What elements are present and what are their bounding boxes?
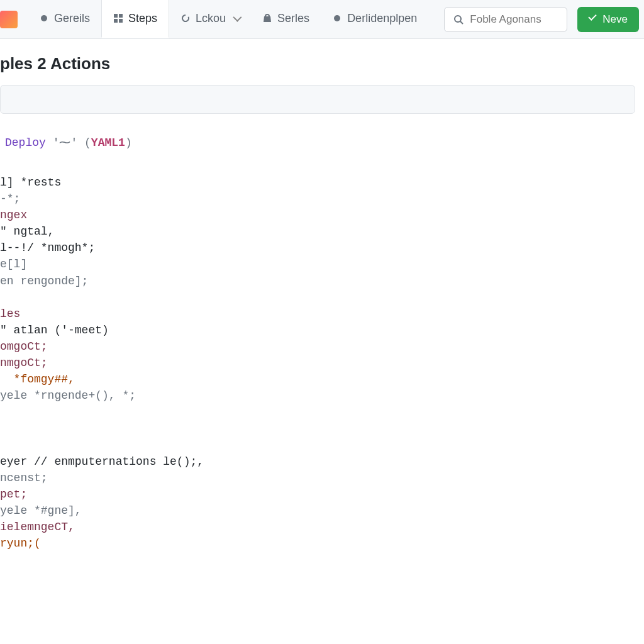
search-box[interactable]	[444, 7, 567, 32]
svg-point-0	[41, 15, 47, 21]
code-line: en rengonde];	[0, 275, 88, 287]
nav-item-gereils[interactable]: Gereils	[28, 0, 101, 38]
svg-rect-4	[119, 19, 123, 23]
code-line: *fomgy##,	[0, 373, 75, 386]
nav-label: Derlidenplpen	[347, 12, 417, 25]
bag-icon	[262, 13, 272, 23]
nav-label: Serles	[277, 12, 309, 25]
code-line: " ngtal,	[0, 225, 54, 238]
code-line: -*;	[0, 192, 20, 205]
page-body: ples 2 Actions Deploy '⁓' (YAML1) l] *re…	[0, 39, 644, 552]
new-button-label: Neve	[602, 13, 628, 26]
svg-rect-2	[119, 14, 123, 18]
chevron-down-icon	[233, 13, 242, 22]
nav-label: Gereils	[54, 12, 90, 25]
code-line: ielemngeCT,	[0, 521, 75, 533]
new-button[interactable]: Neve	[577, 7, 639, 32]
svg-point-5	[334, 15, 340, 21]
code-line: nmgoCt;	[0, 357, 48, 369]
code-line: yele *#gne],	[0, 504, 82, 517]
check-icon	[589, 15, 597, 24]
code-line: e[l]	[0, 258, 27, 270]
topbar: Gereils Steps Lckou Serles Derlidenpl	[0, 0, 644, 39]
nav-item-steps[interactable]: Steps	[101, 0, 169, 38]
search-icon	[453, 14, 464, 25]
code-line: ngex	[0, 209, 27, 221]
svg-rect-3	[114, 19, 118, 23]
deploy-keyword: Deploy	[5, 136, 46, 149]
code-line: les	[0, 308, 20, 320]
code-line: omgoCt;	[0, 340, 48, 353]
grid-icon	[113, 13, 123, 23]
nav-label: Lckou	[196, 12, 226, 25]
svg-line-7	[460, 21, 463, 24]
search-input[interactable]	[470, 13, 558, 26]
code-line: yele *rngende+(), *;	[0, 389, 136, 402]
code-line: " atlan ('-meet)	[0, 324, 109, 336]
code-line: pet;	[0, 488, 27, 501]
code-line: l--!/ *nmogh*;	[0, 242, 95, 254]
svg-rect-1	[114, 14, 118, 18]
subheader-toolbar	[0, 85, 635, 114]
deploy-heading: Deploy '⁓' (YAML1)	[0, 131, 644, 149]
app-logo[interactable]	[0, 11, 18, 28]
nav-item-serles[interactable]: Serles	[251, 0, 321, 38]
nav-label: Steps	[128, 12, 157, 25]
deploy-mid: '⁓'	[53, 136, 78, 149]
dot-icon	[332, 13, 342, 23]
nav-item-lckou[interactable]: Lckou	[169, 0, 251, 38]
code-line: ryun;(	[0, 537, 41, 550]
code-line: l] *rests	[0, 176, 61, 189]
main-nav: Gereils Steps Lckou Serles Derlidenpl	[28, 0, 428, 38]
code-block[interactable]: l] *rests -*; ngex " ngtal, l--!/ *nmogh…	[0, 149, 644, 552]
svg-point-6	[455, 16, 461, 22]
code-line: eyer // enmputernations le();,	[0, 455, 204, 468]
page-title: ples 2 Actions	[0, 54, 644, 85]
dot-icon	[39, 13, 49, 23]
deploy-tag: YAML1	[91, 136, 125, 149]
nav-item-derlidenplpen[interactable]: Derlidenplpen	[321, 0, 428, 38]
code-line: ncenst;	[0, 472, 48, 484]
loop-icon	[180, 13, 191, 23]
